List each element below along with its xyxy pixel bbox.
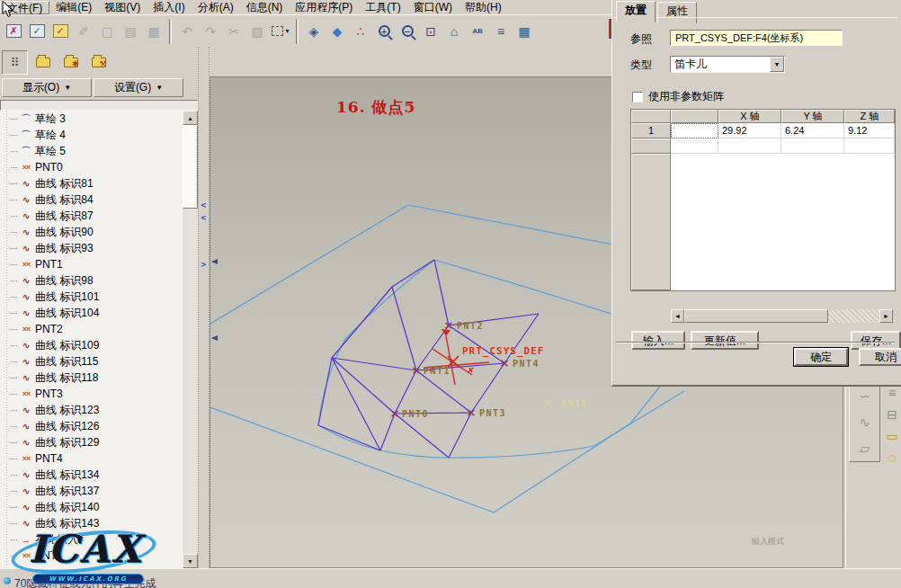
dialog-tab-放置[interactable]: 放置 [616,1,656,22]
cancel-button[interactable]: 取消 [859,348,901,366]
tree-item-曲线-标识126[interactable]: ∿曲线 标识126 [0,418,183,434]
tree-item-草绘-4[interactable]: ⌒草绘 4 [0,127,183,143]
table-cell-r1c4[interactable] [844,138,895,154]
copy-confirm-icon[interactable]: ✓ [49,20,71,43]
tree-item-曲线-标识140[interactable]: ∿曲线 标识140 [0,499,183,515]
scroll-left-icon[interactable]: ◄ [671,309,684,323]
table-cell-r0c1[interactable] [671,123,718,138]
scrollbar-thumb[interactable] [183,125,198,209]
favorites-tab[interactable]: ✱ [58,50,84,75]
menu-item-7[interactable]: 工具(T) [359,1,406,14]
utilities-tab[interactable]: ⚒ [85,50,112,75]
refit-icon[interactable]: ⊡ [420,20,442,43]
blend-tool-icon[interactable]: ∿ [859,414,870,431]
accept-window-icon[interactable]: ✓ [26,20,48,43]
menu-item-8[interactable]: 窗口(W) [407,1,459,14]
reference-field[interactable]: PRT_CSYS_DEF:F4(坐标系) [670,30,843,46]
table-cell-r0c2[interactable]: 29.92 [718,123,781,138]
menu-item-6[interactable]: 应用程序(P) [289,1,359,14]
saved-views-icon[interactable]: ⌂ [443,20,465,43]
pnt5-marker[interactable]: × [543,396,553,410]
tree-item-曲线-标识109[interactable]: ∿曲线 标识109 [0,337,183,353]
tree-item-曲线-标识93[interactable]: ∿曲线 标识93 [0,240,183,256]
tree-item-曲线-标识87[interactable]: ∿曲线 标识87 [0,208,183,224]
hscrollbar-track[interactable] [828,309,879,323]
table-cell-r1c1[interactable] [671,138,718,154]
tree-item-草绘-5[interactable]: ⌒草绘 5 [0,143,183,159]
stack-icon[interactable]: ≡ [888,387,896,399]
sweep-tool-icon[interactable]: ∽ [859,388,870,405]
rename-icon[interactable]: AB [467,20,488,43]
tree-item-曲线-标识115[interactable]: ∿曲线 标识115 [0,353,183,370]
table-hscrollbar[interactable]: ◄ ► [671,309,893,323]
collapse-left-icon[interactable]: < [201,201,207,209]
scroll-up-icon[interactable]: ▲ [183,111,198,125]
folder-browser-tab[interactable] [30,50,56,75]
pnt4-marker[interactable]: × [500,356,510,370]
scroll-down-icon[interactable]: ▼ [183,554,198,568]
shaded-view-icon[interactable]: ◆ [326,20,348,43]
collapse-left-icon[interactable]: < [201,214,207,222]
menu-item-9[interactable]: 帮助(H) [459,1,508,14]
scroll-right-icon[interactable]: ► [879,309,893,323]
tree-item-曲线-标识123[interactable]: ∿曲线 标识123 [0,402,183,418]
zoom-out-icon[interactable]: − [397,20,418,43]
folder-icon[interactable]: ▭ [886,430,897,442]
tree-item-PNT4[interactable]: ××PNT4 [0,450,183,467]
tree-item-在此插入[interactable]: →在此插入 [0,531,183,548]
tree-item-曲线-标识118[interactable]: ∿曲线 标识118 [0,370,183,386]
show-menu-button[interactable]: 显示(O) ▼ [2,78,92,97]
menu-item-3[interactable]: 插入(I) [147,1,191,14]
surface-tool-icon[interactable]: ▱ [860,441,870,457]
tree-item-曲线-标识134[interactable]: ∿曲线 标识134 [0,467,183,483]
repaint-icon[interactable]: ◈ [303,20,325,43]
close-window-icon[interactable]: ✗ [3,20,24,43]
table-cell-r1c3[interactable] [781,138,844,154]
ok-button[interactable]: 确定 [794,348,848,366]
chevron-down-icon[interactable]: ▼ [770,57,784,72]
tree-item-曲线-标识81[interactable]: ∿曲线 标识81 [0,175,183,192]
tree-item-曲线-标识98[interactable]: ∿曲线 标识98 [0,272,183,289]
model-tree-toggle-icon[interactable]: ▦ [513,20,535,43]
menu-item-1[interactable]: 编辑(E) [49,1,98,14]
tree-item-曲线-标识101[interactable]: ∿曲线 标识101 [0,289,183,305]
matrix-checkbox[interactable] [632,92,643,102]
select-box-icon[interactable]: ▾ [270,20,291,43]
table-empty-area[interactable] [671,154,895,290]
tree-item-PNT1[interactable]: ××PNT1 [0,256,183,272]
tree-item-草绘-3[interactable]: ⌒草绘 3 [0,111,183,127]
tree-item-曲线-标识90[interactable]: ∿曲线 标识90 [0,224,183,240]
layers-icon[interactable]: ≡ [490,20,512,43]
model-tree-tab[interactable]: ⠿ [2,50,28,75]
menu-item-5[interactable]: 信息(N) [240,1,290,14]
pnt3-marker[interactable]: × [467,405,477,419]
smiley-icon[interactable]: ☺ [886,451,898,464]
cells-icon[interactable]: ⊟ [887,408,897,421]
zoom-in-icon[interactable]: + [373,20,395,43]
table-cell-r0c3[interactable]: 6.24 [781,123,844,138]
csys-symbol[interactable] [424,329,489,385]
datum-display-icon[interactable]: ∴ [350,20,371,43]
save-button[interactable]: 保存... [851,331,901,350]
settings-menu-button[interactable]: 设置(G) ▼ [94,78,183,97]
type-dropdown[interactable]: 笛卡儿 ▼ [670,56,785,73]
input-button[interactable]: 输入... [631,331,685,350]
pnt0-marker[interactable]: × [390,406,400,420]
panel-splitter[interactable]: < < > [198,47,210,568]
tree-item-PNT5[interactable]: ××PNT5 [0,548,183,564]
table-cell-r1c2[interactable] [718,138,781,154]
hscrollbar-thumb[interactable] [684,309,828,323]
menu-item-4[interactable]: 分析(A) [192,1,240,14]
tree-item-PNT0[interactable]: ××PNT0 [0,159,183,175]
tree-scrollbar[interactable]: ▲ ▼ [183,111,198,568]
tree-item-PNT2[interactable]: ××PNT2 [0,321,183,337]
tree-item-曲线-标识143[interactable]: ∿曲线 标识143 [0,515,183,531]
update-value-button[interactable]: 更新值... [691,331,759,350]
coordinates-table[interactable]: X 轴Y 轴Z 轴129.926.249.12 [630,109,896,291]
pnt1-marker[interactable]: × [412,363,422,377]
menu-item-2[interactable]: 视图(V) [98,1,147,14]
tree-item-曲线-标识129[interactable]: ∿曲线 标识129 [0,434,183,450]
tree-item-曲线-标识84[interactable]: ∿曲线 标识84 [0,192,183,208]
matrix-checkbox-row[interactable]: 使用非参数矩阵 [632,89,724,104]
expand-right-icon[interactable]: > [201,261,207,269]
